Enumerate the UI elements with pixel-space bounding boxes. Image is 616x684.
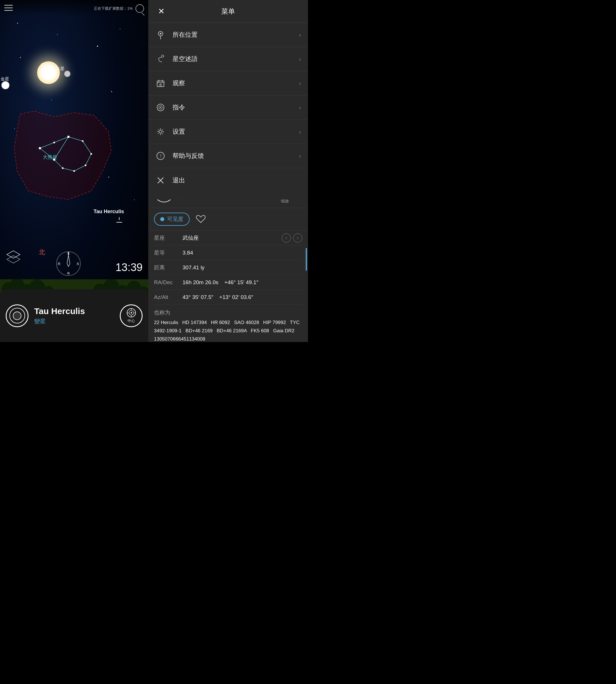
tau-crosshair bbox=[115, 217, 124, 225]
help-icon: ? bbox=[155, 151, 166, 161]
also-known-label: 也称为 bbox=[154, 309, 302, 316]
menu-header: ✕ 菜单 bbox=[148, 0, 308, 23]
bottom-star-name: Tau Herculis bbox=[34, 306, 114, 316]
menu-arrow-icon: › bbox=[299, 153, 301, 159]
right-panel: 0:21 仙座 正在下载扩展数据：2% ✕ 菜单 所在位 bbox=[148, 0, 308, 342]
menu-observe-label: 观察 bbox=[173, 79, 292, 88]
menu-item-star-stories[interactable]: 星空述語 › bbox=[148, 47, 308, 71]
next-constellation-button[interactable]: › bbox=[293, 233, 302, 243]
star-dot bbox=[57, 34, 58, 35]
observe-icon bbox=[155, 78, 166, 88]
hamburger-line bbox=[4, 7, 13, 8]
svg-line-52 bbox=[158, 58, 159, 61]
svg-text:南: 南 bbox=[67, 272, 70, 275]
svg-point-17 bbox=[62, 167, 64, 169]
menu-item-help[interactable]: ? 帮助与反馈 › bbox=[148, 144, 308, 168]
magnitude-value: 3.84 bbox=[182, 250, 302, 256]
venus-object bbox=[1, 81, 9, 89]
menu-item-observe[interactable]: 观察 › bbox=[148, 71, 308, 95]
svg-point-15 bbox=[85, 164, 86, 166]
radec-row: RA/Dec 16h 20m 26.0s +46° 15′ 49.1″ bbox=[154, 275, 302, 290]
hamburger-menu-button[interactable] bbox=[4, 5, 13, 11]
constellation-row: 星座 武仙座 ‹ › bbox=[154, 231, 302, 245]
svg-marker-33 bbox=[67, 255, 70, 267]
menu-item-quit[interactable]: 退出 bbox=[148, 168, 308, 192]
star-dot bbox=[134, 200, 135, 200]
bottom-star-type: 變星 bbox=[34, 318, 114, 325]
alt-value: +13° 02′ 03.6″ bbox=[219, 294, 253, 300]
left-panel: 日 水星 金星 大熊座 bbox=[0, 0, 148, 342]
svg-text:?: ? bbox=[159, 154, 161, 158]
menu-arrow-icon: › bbox=[299, 104, 301, 111]
menu-settings-label: 设置 bbox=[173, 128, 292, 136]
detail-actions: 可见度 bbox=[148, 208, 308, 231]
az-value: 43° 35′ 07.5″ bbox=[182, 294, 213, 300]
distance-row: 距离 307.41 ly bbox=[154, 260, 302, 275]
azalt-value: 43° 35′ 07.5″ +13° 02′ 03.6″ bbox=[182, 294, 302, 300]
menu-commands-label: 指令 bbox=[173, 103, 292, 112]
settings-icon bbox=[155, 127, 166, 137]
location-icon bbox=[155, 30, 166, 40]
center-button-label: 中心 bbox=[128, 318, 135, 323]
svg-point-12 bbox=[67, 136, 70, 138]
svg-point-43 bbox=[131, 312, 132, 314]
magnitude-label: 星等 bbox=[154, 249, 182, 256]
azalt-row: Az/Alt 43° 35′ 07.5″ +13° 02′ 03.6″ bbox=[154, 290, 302, 305]
svg-marker-39 bbox=[7, 251, 20, 258]
svg-text:北: 北 bbox=[67, 252, 70, 255]
svg-point-11 bbox=[53, 142, 55, 143]
center-button[interactable]: 中心 bbox=[120, 304, 142, 327]
azalt-label: Az/Alt bbox=[154, 294, 182, 300]
menu-arrow-icon: › bbox=[299, 129, 301, 135]
favorite-button[interactable] bbox=[194, 212, 207, 226]
download-status-left: 正在下载扩展数据：1% bbox=[94, 6, 133, 11]
top-status-left: 正在下载扩展数据：1% bbox=[94, 4, 144, 13]
star-dot bbox=[17, 23, 18, 24]
svg-point-65 bbox=[160, 107, 161, 108]
tau-herculis-map-label: Tau Herculis bbox=[93, 209, 124, 214]
star-icon-core bbox=[13, 312, 21, 320]
menu-title: 菜单 bbox=[221, 7, 235, 16]
constellation-nav: ‹ › bbox=[282, 233, 302, 243]
star-stories-icon bbox=[155, 54, 166, 64]
menu-help-label: 帮助与反馈 bbox=[173, 152, 292, 160]
data-table: 星座 武仙座 ‹ › 星等 3.84 距离 307.41 ly RA/Dec 1… bbox=[148, 231, 308, 305]
close-icon: ✕ bbox=[158, 7, 164, 15]
visibility-button[interactable]: 可见度 bbox=[154, 213, 190, 226]
hamburger-line bbox=[4, 10, 13, 11]
menu-star-stories-label: 星空述語 bbox=[173, 55, 292, 63]
center-icon bbox=[126, 308, 136, 318]
menu-item-location[interactable]: 所在位置 › bbox=[148, 23, 308, 47]
svg-point-16 bbox=[73, 170, 75, 172]
ra-value: 16h 20m 26.0s bbox=[182, 279, 218, 285]
star-dot bbox=[97, 46, 98, 47]
prev-constellation-button[interactable]: ‹ bbox=[282, 233, 291, 243]
dec-value: +46° 15′ 49.1″ bbox=[224, 279, 258, 285]
layer-button[interactable] bbox=[6, 249, 21, 265]
also-known-section: 也称为 22 Herculis HD 147394 HR 6092 SAO 46… bbox=[148, 305, 308, 342]
bottom-info-text: Tau Herculis 變星 bbox=[34, 306, 114, 325]
menu-arrow-icon: › bbox=[299, 32, 301, 38]
svg-point-59 bbox=[160, 84, 161, 86]
top-bar-left: 正在下载扩展数据：1% bbox=[0, 0, 148, 16]
menu-overlay: ✕ 菜单 所在位置 › bbox=[148, 0, 308, 200]
star-icon-circle bbox=[6, 304, 28, 327]
menu-arrow-icon: › bbox=[299, 56, 301, 63]
star-icon-inner bbox=[9, 308, 25, 323]
svg-point-66 bbox=[159, 130, 162, 133]
menu-quit-label: 退出 bbox=[173, 176, 301, 185]
distance-value: 307.41 ly bbox=[182, 265, 302, 271]
menu-location-label: 所在位置 bbox=[173, 30, 292, 39]
constellation-value: 武仙座 bbox=[182, 234, 282, 242]
menu-item-settings[interactable]: 设置 › bbox=[148, 120, 308, 144]
distance-label: 距离 bbox=[154, 264, 182, 271]
label-north: 北 bbox=[39, 248, 45, 256]
search-button[interactable] bbox=[135, 4, 144, 13]
mercury-object bbox=[64, 71, 70, 77]
visibility-label: 可见度 bbox=[167, 215, 183, 223]
svg-point-49 bbox=[160, 33, 161, 35]
menu-close-button[interactable]: ✕ bbox=[155, 6, 167, 17]
detail-panel: Tau Herculis 變星 − + 缩放 可见度 bbox=[148, 177, 308, 342]
menu-item-commands[interactable]: 指令 › bbox=[148, 95, 308, 120]
svg-text:西: 西 bbox=[58, 262, 61, 265]
